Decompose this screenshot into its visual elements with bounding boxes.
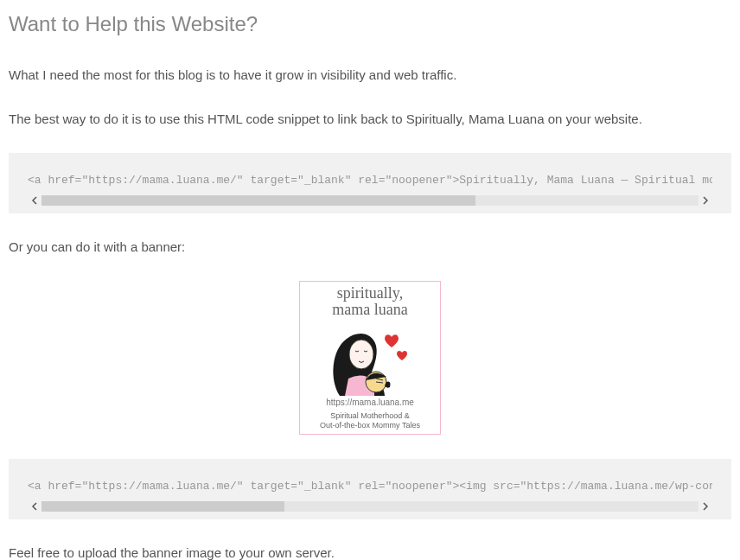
banner-subtitle-line1: Spiritual Motherhood & xyxy=(330,411,410,420)
code-content[interactable]: <a href="https://mama.luana.me/" target=… xyxy=(28,172,712,189)
banner-title-line2: mama luana xyxy=(332,301,407,318)
scroll-track[interactable] xyxy=(41,195,699,206)
banner-subtitle-line2: Out-of-the-box Mommy Tales xyxy=(320,421,420,430)
scroll-thumb[interactable] xyxy=(41,501,284,512)
banner-title-line1: spiritually, xyxy=(337,284,403,302)
scroll-thumb[interactable] xyxy=(41,195,475,206)
scroll-left-icon[interactable] xyxy=(28,194,41,207)
banner-intro-paragraph: Or you can do it with a banner: xyxy=(9,238,731,258)
upload-note: Feel free to upload the banner image to … xyxy=(9,544,731,561)
banner-image-link[interactable]: spiritually, mama luana xyxy=(299,281,441,435)
horizontal-scrollbar[interactable] xyxy=(28,193,712,208)
page-title: Want to Help this Website? xyxy=(9,9,731,40)
horizontal-scrollbar[interactable] xyxy=(28,499,712,514)
banner-title: spiritually, mama luana xyxy=(332,285,407,318)
scroll-right-icon[interactable] xyxy=(699,194,712,207)
svg-point-0 xyxy=(349,340,373,369)
snippet-intro-paragraph: The best way to do it is to use this HTM… xyxy=(9,110,731,130)
banner-wave-icon xyxy=(348,410,392,411)
code-block-link: <a href="https://mama.luana.me/" target=… xyxy=(9,153,731,213)
banner-wrapper: spiritually, mama luana xyxy=(9,281,731,435)
code-block-banner: <a href="https://mama.luana.me/" target=… xyxy=(9,459,731,519)
intro-paragraph: What I need the most for this blog is to… xyxy=(9,66,731,86)
scroll-right-icon[interactable] xyxy=(699,500,712,513)
banner-illustration xyxy=(322,320,418,399)
scroll-track[interactable] xyxy=(41,501,699,512)
banner-subtitle: Spiritual Motherhood & Out-of-the-box Mo… xyxy=(320,411,420,430)
code-content[interactable]: <a href="https://mama.luana.me/" target=… xyxy=(28,478,712,495)
scroll-left-icon[interactable] xyxy=(28,500,41,513)
